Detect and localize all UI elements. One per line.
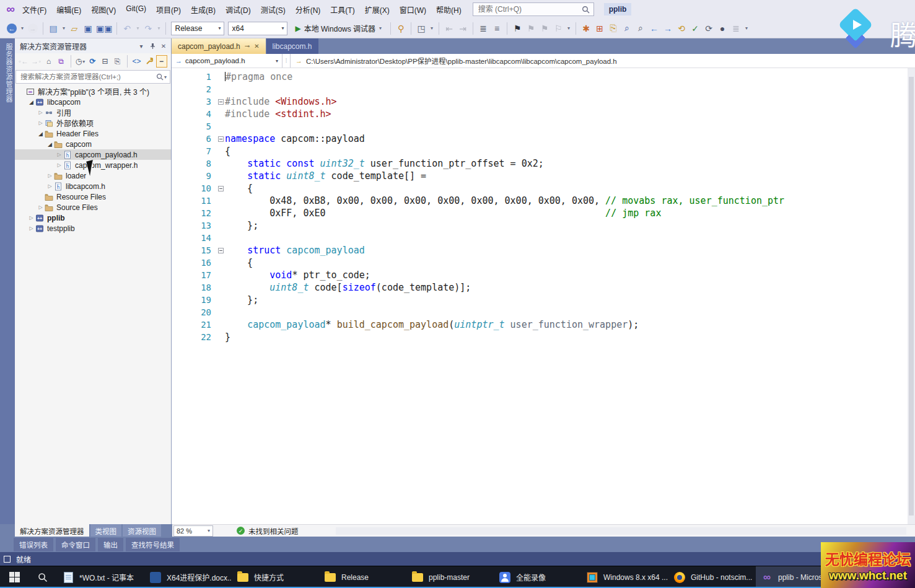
file-path-bar[interactable]: → C:\Users\Administrator\Desktop\PP保护进程\… bbox=[291, 56, 915, 66]
code-line[interactable]: 7{ bbox=[172, 145, 915, 157]
menu-item[interactable]: Git(G) bbox=[121, 2, 151, 17]
indent-icon[interactable]: ⇥ bbox=[457, 22, 469, 35]
horizontal-scrollbar[interactable] bbox=[336, 527, 907, 535]
save-icon[interactable]: ▣ bbox=[82, 22, 94, 35]
tree-item[interactable]: ▷引用 bbox=[15, 107, 171, 118]
code-line[interactable]: 8 static const uint32_t user_function_pt… bbox=[172, 157, 915, 170]
configuration-dropdown[interactable]: Release▾ bbox=[171, 22, 224, 35]
menu-item[interactable]: 帮助(H) bbox=[431, 2, 466, 17]
code-line[interactable]: 1#pragma once bbox=[172, 71, 915, 83]
fold-marker[interactable] bbox=[216, 186, 225, 191]
bookmark-icon[interactable]: ⚑ bbox=[511, 22, 523, 35]
preview-window-icon[interactable]: ◳ bbox=[415, 22, 427, 35]
code-line[interactable]: 22} bbox=[172, 331, 915, 343]
se-back-icon[interactable]: ◦← bbox=[18, 55, 29, 68]
menu-item[interactable]: 视图(V) bbox=[86, 2, 121, 17]
se-properties-icon[interactable]: ⎘ bbox=[112, 55, 123, 68]
collapse-arrow-icon[interactable]: ◢ bbox=[28, 99, 35, 105]
navigate-back-dropdown-icon[interactable]: ▾ bbox=[19, 22, 25, 35]
collapse-arrow-icon[interactable]: ◢ bbox=[46, 141, 53, 147]
taskbar-item[interactable]: ∞pplib - Micros... bbox=[756, 566, 843, 588]
tree-item[interactable]: ▷++pplib bbox=[15, 213, 171, 223]
tree-item[interactable]: ▷hlibcapcom.h bbox=[15, 181, 171, 191]
tree-item[interactable]: Resource Files bbox=[15, 191, 171, 202]
clear-bookmarks-icon[interactable]: ⚐ bbox=[552, 22, 564, 35]
code-line[interactable]: 2 bbox=[172, 83, 915, 95]
window-position-button[interactable]: ▾ bbox=[136, 41, 146, 51]
tree-item[interactable]: ▷++testpplib bbox=[15, 223, 171, 234]
code-line[interactable]: 9 static uint8_t code_template[] = bbox=[172, 170, 915, 182]
code-line[interactable]: 10 { bbox=[172, 182, 915, 195]
code-line[interactable]: 21 capcom_payload* build_capcom_payload(… bbox=[172, 318, 915, 331]
se-home-icon[interactable]: ⌂ bbox=[43, 55, 55, 68]
tree-item[interactable]: ▷Source Files bbox=[15, 202, 171, 213]
tree-item[interactable]: ◢++libcapcom bbox=[15, 97, 171, 107]
lock-icon[interactable]: ● bbox=[716, 22, 729, 35]
code-editor[interactable]: 1#pragma once23#include <Windows.h>4#inc… bbox=[172, 68, 915, 524]
new-file-dropdown-icon[interactable]: ▾ bbox=[61, 22, 67, 35]
panel-tab[interactable]: 类视图 bbox=[90, 524, 122, 537]
code-line[interactable]: 16 { bbox=[172, 257, 915, 269]
bottom-tool-tab[interactable]: 错误列表 bbox=[14, 538, 53, 551]
preview-dropdown-icon[interactable]: ▾ bbox=[429, 22, 435, 35]
scope-dropdown[interactable]: → capcom_payload.h ▾ bbox=[172, 54, 282, 68]
close-button[interactable]: ✕ bbox=[159, 41, 169, 51]
se-pending-changes-filter-icon[interactable]: ◷▾ bbox=[75, 55, 86, 68]
quick-search-box[interactable] bbox=[473, 2, 594, 16]
code-line[interactable]: 14 bbox=[172, 232, 915, 244]
expand-arrow-icon[interactable]: ▷ bbox=[28, 226, 35, 231]
se-wrench-icon[interactable] bbox=[144, 55, 155, 68]
fold-marker[interactable] bbox=[216, 136, 225, 142]
taskbar-item[interactable]: Windows 8.x x64 ... bbox=[581, 566, 668, 588]
tree-item[interactable]: ◢capcom bbox=[15, 139, 171, 149]
new-file-icon[interactable]: ▤ bbox=[47, 22, 59, 35]
menu-item[interactable]: 编辑(E) bbox=[51, 2, 86, 17]
bottom-tool-tab[interactable]: 命令窗口 bbox=[56, 538, 95, 551]
code-line[interactable]: 19 }; bbox=[172, 294, 915, 306]
expand-arrow-icon[interactable]: ▷ bbox=[37, 110, 44, 115]
taskbar-item[interactable]: *WO.txt - 记事本 bbox=[57, 566, 144, 588]
document-tab[interactable]: libcapcom.h bbox=[266, 38, 318, 54]
start-debugging-button[interactable]: ▶本地 Windows 调试器▾ bbox=[291, 21, 385, 36]
tree-item[interactable]: ▷外部依赖项 bbox=[15, 118, 171, 128]
attach-to-process-icon[interactable]: ⚲ bbox=[395, 22, 407, 35]
start-button[interactable] bbox=[0, 566, 28, 588]
code-line[interactable]: 5 bbox=[172, 120, 915, 133]
fold-marker[interactable] bbox=[216, 99, 225, 105]
sync-icon[interactable]: ⟳ bbox=[703, 22, 715, 35]
taskbar-item[interactable]: X64进程保护.docx... bbox=[144, 566, 232, 588]
code-line[interactable]: 15 struct capcom_payload bbox=[172, 244, 915, 257]
next-bookmark-icon[interactable]: ⚑ bbox=[538, 22, 551, 35]
fold-marker[interactable] bbox=[216, 248, 225, 253]
prev-bookmark-icon[interactable]: ⚑ bbox=[525, 22, 537, 35]
expand-arrow-icon[interactable]: ▷ bbox=[46, 183, 53, 189]
undo-dropdown-icon[interactable]: ▾ bbox=[134, 22, 141, 35]
menu-item[interactable]: 扩展(X) bbox=[360, 2, 395, 17]
redo-dropdown-icon[interactable]: ▾ bbox=[155, 22, 162, 35]
vertical-scrollbar[interactable] bbox=[908, 68, 915, 524]
se-show-all-files-icon[interactable]: <> bbox=[131, 55, 142, 68]
navbar-splitter[interactable]: ⁞ bbox=[282, 54, 291, 68]
code-line[interactable]: 20 bbox=[172, 306, 915, 318]
taskbar-item[interactable]: GitHub - notscim... bbox=[668, 566, 756, 588]
code-map-icon[interactable]: ⊞ bbox=[593, 22, 606, 35]
se-forward-icon[interactable]: →◦ bbox=[30, 55, 42, 68]
tree-item[interactable]: ◢Header Files bbox=[15, 128, 171, 139]
code-line[interactable]: 3#include <Windows.h> bbox=[172, 95, 915, 108]
expand-arrow-icon[interactable]: ▷ bbox=[56, 162, 63, 168]
panel-tab[interactable]: 资源视图 bbox=[123, 524, 161, 537]
code-line[interactable]: 13 }; bbox=[172, 219, 915, 232]
taskbar-item[interactable]: pplib-master bbox=[406, 566, 494, 588]
se-track-active-item-icon[interactable]: − bbox=[156, 55, 167, 68]
menu-item[interactable]: 分析(N) bbox=[291, 2, 326, 17]
taskbar-item[interactable]: 全能录像 bbox=[494, 566, 581, 588]
tree-item[interactable]: ∞解决方案"pplib"(3 个项目, 共 3 个) bbox=[15, 86, 171, 97]
panel-tab[interactable]: 解决方案资源管理器 bbox=[15, 524, 89, 537]
extension-icon[interactable]: ✱ bbox=[580, 22, 592, 35]
unindent-icon[interactable]: ⇤ bbox=[443, 22, 455, 35]
code-line[interactable]: 12 0xFF, 0xE0 // jmp rax bbox=[172, 207, 915, 219]
taskbar-item[interactable]: Release bbox=[319, 566, 406, 588]
taskbar-search-button[interactable] bbox=[28, 566, 57, 588]
comment-icon[interactable]: ≣ bbox=[477, 22, 489, 35]
save-all-icon[interactable]: ▣▣ bbox=[95, 22, 113, 35]
